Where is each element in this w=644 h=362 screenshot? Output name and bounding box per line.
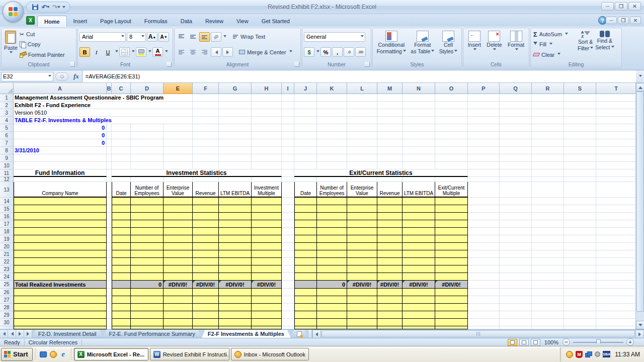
cell-B[interactable]	[107, 250, 112, 258]
cell-exit-ev[interactable]	[347, 250, 377, 258]
cell-I[interactable]	[282, 250, 294, 258]
column-header-R[interactable]: R	[532, 83, 564, 94]
cell-L[interactable]	[347, 109, 377, 117]
row-header-4[interactable]: 4	[0, 117, 14, 124]
cell-R[interactable]	[532, 311, 564, 319]
cell-exit-ev[interactable]	[347, 289, 377, 296]
cell-inv-ev[interactable]	[164, 228, 193, 235]
cell-T[interactable]	[596, 228, 635, 235]
cell-F[interactable]	[193, 124, 219, 132]
orientation-dropdown-icon[interactable]	[223, 35, 226, 39]
cell-S[interactable]	[564, 102, 596, 109]
delete-cells-button[interactable]: Delete	[486, 29, 503, 60]
cell-exit-multiple-header[interactable]: Exit/CurrentMultiple	[435, 182, 468, 198]
horizontal-scrollbar[interactable]	[312, 330, 644, 338]
cell-E[interactable]	[164, 139, 193, 147]
column-header-K[interactable]: K	[317, 83, 347, 94]
column-header-I[interactable]: I	[282, 83, 294, 94]
cell-I[interactable]	[282, 162, 294, 169]
cell-I[interactable]	[282, 243, 294, 250]
cell-E[interactable]	[164, 102, 193, 109]
last-sheet-button[interactable]	[24, 330, 32, 338]
cell-R[interactable]	[532, 132, 564, 139]
cell-fund-information[interactable]: Fund Information	[14, 169, 107, 177]
taskbar-word-button[interactable]: WRevised Exhibit F Instructi...	[150, 348, 229, 360]
horizontal-scroll-thumb[interactable]	[321, 330, 635, 337]
cell-exit-rev[interactable]	[377, 235, 403, 243]
cell-O[interactable]	[435, 109, 468, 117]
cell-Q[interactable]	[500, 182, 532, 198]
cell-inv-ebitda[interactable]	[219, 265, 252, 273]
sheet-tab-f2e[interactable]: F2-E. Fund Performance Summary	[103, 330, 202, 338]
cell-inv-ebitda[interactable]	[219, 205, 252, 213]
cell-C[interactable]	[112, 139, 131, 147]
cell-N[interactable]	[403, 102, 435, 109]
tray-sba-icon[interactable]: SBA	[603, 351, 610, 357]
cell-exit-emp[interactable]	[317, 235, 347, 243]
column-header-H[interactable]: H	[252, 83, 282, 94]
cell-inv-emp[interactable]	[131, 319, 164, 326]
cell-doc-title-1[interactable]: Management Assessment Questionnaire - SB…	[14, 94, 164, 102]
cell-T[interactable]	[596, 258, 635, 265]
cell-S[interactable]	[564, 250, 596, 258]
cell-J[interactable]	[294, 147, 317, 154]
cell-exit-rev[interactable]	[377, 243, 403, 250]
cell-M[interactable]	[377, 139, 403, 147]
cell-inv-date[interactable]	[112, 273, 131, 281]
cell-C[interactable]	[112, 162, 131, 169]
align-bottom-button[interactable]	[199, 32, 210, 42]
tray-outlook-reminder-icon[interactable]	[566, 350, 573, 358]
cell-S[interactable]	[564, 154, 596, 162]
cell-inv-mult[interactable]	[252, 213, 282, 220]
row-header[interactable]: 18	[0, 228, 14, 235]
cell-exit-ebitda[interactable]	[403, 205, 435, 213]
cell-exit-date[interactable]	[294, 311, 317, 319]
cell-exit-mult[interactable]	[435, 213, 468, 220]
cell-F[interactable]	[193, 117, 219, 124]
cell-exit-ebitda[interactable]	[403, 250, 435, 258]
cell-Q[interactable]	[500, 139, 532, 147]
cell-M[interactable]	[377, 147, 403, 154]
cell-R[interactable]	[532, 117, 564, 124]
conditional-formatting-button[interactable]: ConditionalFormatting	[376, 29, 407, 60]
cell-S[interactable]	[564, 109, 596, 117]
fill-color-dropdown-icon[interactable]	[148, 50, 151, 54]
row-header[interactable]: 19	[0, 235, 14, 243]
cell-exit-ebitda[interactable]	[403, 258, 435, 265]
align-right-button[interactable]	[199, 47, 210, 57]
cell-B25[interactable]	[107, 281, 112, 289]
cell-exit-date-header[interactable]: Date	[294, 182, 317, 198]
cell-P[interactable]	[468, 162, 500, 169]
cell-inv-emp[interactable]	[131, 296, 164, 304]
cell-inv-ebitda[interactable]	[219, 304, 252, 311]
cell-O[interactable]	[435, 139, 468, 147]
cell-T[interactable]	[596, 132, 635, 139]
cell-inv-rev[interactable]	[193, 235, 219, 243]
cell-company[interactable]	[14, 265, 107, 273]
cell-exit-date[interactable]	[294, 296, 317, 304]
cell-D[interactable]	[131, 154, 164, 162]
cell-exit-ev[interactable]	[347, 258, 377, 265]
cell-T[interactable]	[596, 205, 635, 213]
cell-exit-date[interactable]	[294, 319, 317, 326]
row-header[interactable]: 14	[0, 198, 14, 205]
cell-T[interactable]	[596, 243, 635, 250]
row-header[interactable]: 30	[0, 319, 14, 326]
row-header-5[interactable]: 5	[0, 124, 14, 132]
column-header-A[interactable]: A	[14, 83, 107, 94]
quicklaunch-ie-icon[interactable]: e	[58, 349, 68, 359]
cell-exit-mult[interactable]	[435, 235, 468, 243]
cell-exit-emp[interactable]	[317, 243, 347, 250]
column-header-T[interactable]: T	[596, 83, 635, 94]
cell-inv-date[interactable]	[112, 311, 131, 319]
cell-investment-statistics[interactable]: Investment Statistics	[112, 169, 282, 177]
borders-button[interactable]	[119, 47, 130, 57]
cell-T[interactable]	[596, 265, 635, 273]
cell-S[interactable]	[564, 182, 596, 198]
cell-I[interactable]	[282, 139, 294, 147]
cell-S[interactable]	[564, 319, 596, 326]
cell-F[interactable]	[193, 177, 219, 182]
cell-Q[interactable]	[500, 273, 532, 281]
cell-O[interactable]	[435, 124, 468, 132]
cell-B[interactable]	[107, 273, 112, 281]
